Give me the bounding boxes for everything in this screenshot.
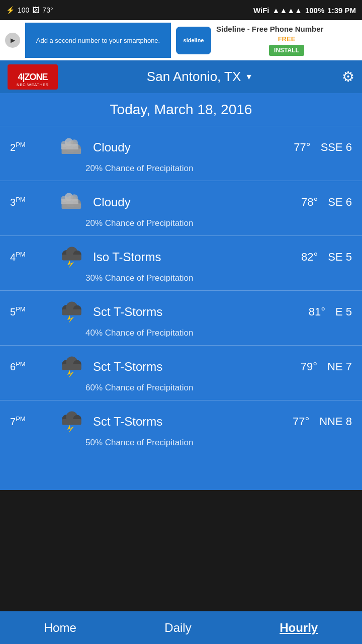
app-header: 4|ZONE NBC WEATHER San Antonio, TX ▼ ⚙ — [0, 60, 362, 93]
ad-text-area: Sideline - Free Phone Number FREE INSTAL… — [216, 25, 357, 56]
date-title: Today, March 18, 2016 — [110, 102, 252, 118]
usb-icon: ⚡ — [6, 6, 15, 14]
temp-wind: 81° E 5 — [309, 305, 352, 318]
svg-marker-20 — [67, 260, 73, 268]
ad-play-button[interactable]: ▶ — [5, 33, 20, 48]
temp-wind: 78° SE 6 — [301, 196, 352, 209]
weather-icon — [55, 133, 85, 161]
logo-text: 4|ZONE — [18, 72, 47, 82]
battery-icon: 100% — [305, 6, 324, 15]
time-label: 7PM — [10, 415, 48, 428]
weather-icon — [55, 298, 85, 326]
temp-wind: 82° SE 5 — [301, 251, 352, 264]
weather-description: Sct T-Storms — [93, 415, 285, 429]
city-name: San Antonio, TX — [147, 69, 241, 85]
temp-wind: 77° NNE 8 — [293, 415, 352, 428]
weather-row: 3PM Cloudy 78° SE 6 20% Chance of Precip… — [0, 181, 362, 235]
weather-icon — [55, 353, 85, 380]
nav-daily[interactable]: Daily — [149, 616, 206, 640]
settings-icon[interactable]: ⚙ — [342, 68, 354, 85]
wind-direction: E 5 — [335, 305, 352, 318]
svg-marker-25 — [67, 315, 73, 323]
time-label: 5PM — [10, 305, 48, 318]
svg-rect-29 — [62, 364, 81, 370]
weather-description: Sct T-Storms — [93, 305, 301, 319]
wind-direction: NNE 8 — [319, 415, 352, 428]
status-left: ⚡ 100 🖼 73° — [6, 6, 53, 14]
battery-percent: 100 — [18, 6, 29, 14]
time-label: 2PM — [10, 141, 48, 153]
weather-row: 7PM Sct T-Storms 77° NNE 8 50% Chance of… — [0, 400, 362, 455]
time-label: 3PM — [10, 196, 48, 208]
wind-direction: SE 6 — [328, 196, 352, 209]
ad-actions: FREE INSTALL — [216, 35, 357, 56]
temperature: 77° — [294, 141, 310, 154]
weather-icon — [55, 188, 85, 216]
svg-rect-34 — [62, 419, 81, 425]
temperature: 82° — [301, 251, 318, 264]
clock: 1:39 PM — [327, 6, 356, 15]
wifi-icon: WiFi — [253, 6, 269, 15]
ad-free-label: FREE — [278, 35, 296, 43]
svg-rect-24 — [62, 309, 81, 315]
sideline-logo-text: sideline — [184, 37, 204, 43]
precipitation-info: 50% Chance of Precipitation — [10, 438, 352, 448]
precipitation-info: 20% Chance of Precipitation — [10, 164, 352, 174]
temperature: 79° — [301, 360, 317, 373]
time-label: 6PM — [10, 360, 48, 373]
bottom-nav: Home Daily Hourly — [0, 611, 362, 644]
precipitation-info: 40% Chance of Precipitation — [10, 328, 352, 338]
date-header: Today, March 18, 2016 — [0, 93, 362, 126]
sideline-logo: sideline — [176, 27, 211, 54]
ad-left-text: Add a second number to your smartphone. — [25, 23, 171, 58]
photo-icon: 🖼 — [32, 6, 39, 14]
status-bar: ⚡ 100 🖼 73° WiFi ▲▲▲▲ 100% 1:39 PM — [0, 0, 362, 20]
ad-description: Add a second number to your smartphone. — [36, 37, 160, 44]
weather-description: Cloudy — [93, 195, 294, 209]
svg-rect-19 — [62, 255, 81, 260]
precipitation-info: 30% Chance of Precipitation — [10, 273, 352, 283]
signal-icon: ▲▲▲▲ — [273, 6, 302, 15]
precipitation-info: 20% Chance of Precipitation — [10, 218, 352, 228]
nav-home[interactable]: Home — [29, 616, 92, 640]
dropdown-arrow-icon: ▼ — [245, 72, 253, 82]
nav-hourly[interactable]: Hourly — [264, 616, 333, 640]
temperature: 81° — [309, 305, 325, 318]
weather-icon — [55, 243, 85, 271]
weather-row: 6PM Sct T-Storms 79° NE 7 60% Chance of … — [0, 345, 362, 400]
weather-description: Iso T-Storms — [93, 250, 294, 264]
temp-wind: 77° SSE 6 — [294, 141, 352, 154]
weather-description: Cloudy — [93, 140, 286, 154]
logo-sub: NBC WEATHER — [10, 83, 55, 87]
svg-rect-7 — [61, 144, 78, 149]
temp-wind: 79° NE 7 — [301, 360, 352, 373]
temperature: 78° — [301, 196, 318, 209]
temp-status: 73° — [42, 6, 53, 14]
wind-direction: SE 5 — [328, 251, 352, 264]
wind-direction: NE 7 — [327, 360, 352, 373]
svg-marker-30 — [67, 370, 73, 378]
weather-row: 4PM Iso T-Storms 82° SE 5 30% Chance of … — [0, 235, 362, 290]
weather-row: 2PM Cloudy 77° SSE 6 20% Chance of Preci… — [0, 126, 362, 181]
svg-marker-35 — [67, 425, 73, 433]
weather-list: 2PM Cloudy 77° SSE 6 20% Chance of Preci… — [0, 126, 362, 490]
ad-banner: ▶ Add a second number to your smartphone… — [0, 20, 362, 60]
temperature: 77° — [293, 415, 309, 428]
wind-direction: SSE 6 — [321, 141, 352, 154]
precipitation-info: 60% Chance of Precipitation — [10, 383, 352, 393]
status-right: WiFi ▲▲▲▲ 100% 1:39 PM — [253, 6, 356, 15]
weather-row: 5PM Sct T-Storms 81° E 5 40% Chance of P… — [0, 290, 362, 345]
app-logo: 4|ZONE NBC WEATHER — [8, 64, 58, 90]
weather-description: Sct T-Storms — [93, 360, 293, 374]
city-selector[interactable]: San Antonio, TX ▼ — [147, 69, 253, 85]
svg-rect-15 — [61, 199, 78, 204]
time-label: 4PM — [10, 251, 48, 263]
ad-title: Sideline - Free Phone Number — [216, 25, 357, 33]
weather-icon — [55, 408, 85, 435]
ad-install-button[interactable]: INSTALL — [269, 45, 304, 56]
